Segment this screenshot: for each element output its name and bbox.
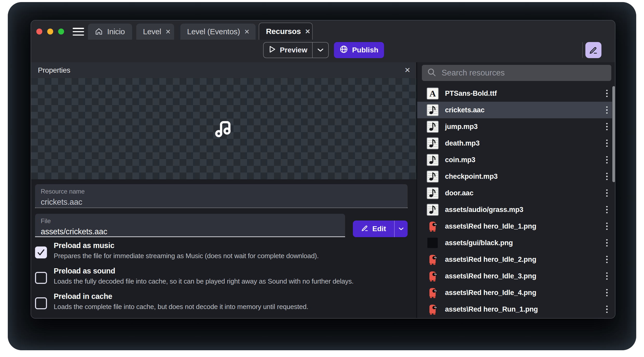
search-icon xyxy=(427,68,436,78)
resource-list: A PTSans-Bold.ttf xyxy=(417,85,615,318)
resource-item-label: assets\Red hero_Idle_1.png xyxy=(445,222,595,230)
edit-mode-toggle-button[interactable] xyxy=(585,42,601,58)
play-icon xyxy=(269,46,276,55)
tab-close-icon[interactable]: ✕ xyxy=(244,29,250,35)
resource-list-item[interactable]: A assets\Red hero_Idle_1.png xyxy=(417,218,612,235)
resource-list-item[interactable]: A assets\Red hero_Idle_4.png xyxy=(417,284,612,301)
tab-label: Level (Eventos) xyxy=(187,27,240,36)
preload-in-cache-checkbox[interactable] xyxy=(35,297,47,309)
pencil-icon xyxy=(361,224,369,234)
resources-panel: A PTSans-Bold.ttf xyxy=(417,62,615,319)
kebab-menu-icon[interactable] xyxy=(602,155,612,165)
resource-item-label: checkpoint.mp3 xyxy=(445,173,595,181)
resource-list-item[interactable]: A assets\Red hero_Idle_3.png xyxy=(417,268,612,284)
preload-as-music-row: Preload as music Prepares the file for i… xyxy=(35,241,406,260)
edit-file-button[interactable]: Edit xyxy=(353,221,408,237)
tab-level[interactable]: Level ✕ xyxy=(136,24,174,40)
minimize-window-button[interactable] xyxy=(47,29,53,35)
resource-item-label: assets/gui/black.png xyxy=(445,239,595,247)
preload-as-sound-row: Preload as sound Loads the fully decoded… xyxy=(35,267,406,285)
preload-as-sound-checkbox[interactable] xyxy=(35,272,47,284)
resource-list-item[interactable]: A assets/audio/grass.mp3 xyxy=(417,201,612,218)
edit-file-button-main[interactable]: Edit xyxy=(353,221,394,237)
globe-icon xyxy=(340,45,348,55)
kebab-menu-icon[interactable] xyxy=(602,105,612,115)
kebab-menu-icon[interactable] xyxy=(602,88,612,99)
resource-list-item[interactable]: A coin.mp3 xyxy=(417,152,612,168)
kebab-menu-icon[interactable] xyxy=(602,271,612,282)
resource-list-item[interactable]: A crickets.aac xyxy=(417,102,612,118)
resource-item-label: assets\Red hero_Run_1.png xyxy=(445,305,595,313)
file-label: File xyxy=(41,217,339,225)
file-field[interactable]: File assets/crickets.aac xyxy=(35,214,345,237)
edit-label: Edit xyxy=(372,225,386,233)
resource-list-item[interactable]: A PTSans-Bold.ttf xyxy=(417,85,612,102)
kebab-menu-icon[interactable] xyxy=(602,188,612,198)
content-area: Properties ✕ Resource name crickets.aac … xyxy=(31,62,615,319)
kebab-menu-icon[interactable] xyxy=(602,304,612,315)
preview-button[interactable]: Preview xyxy=(263,42,329,58)
tab-close-icon[interactable]: ✕ xyxy=(165,29,171,35)
preload-as-music-checkbox[interactable] xyxy=(35,246,47,258)
kebab-menu-icon[interactable] xyxy=(602,171,612,182)
kebab-menu-icon[interactable] xyxy=(602,204,612,215)
resource-list-item[interactable]: A checkpoint.mp3 xyxy=(417,168,612,185)
publish-label: Publish xyxy=(352,46,378,54)
red-hero-sprite-icon xyxy=(427,220,439,232)
edit-dropdown-button[interactable] xyxy=(395,221,408,237)
audio-file-icon xyxy=(427,104,439,116)
close-window-button[interactable] xyxy=(36,29,42,35)
svg-text:A: A xyxy=(429,89,436,98)
preview-button-main[interactable]: Preview xyxy=(264,43,312,58)
preview-dropdown-button[interactable] xyxy=(313,43,328,58)
music-note-icon xyxy=(212,116,236,141)
resource-name-label: Resource name xyxy=(41,188,402,195)
checkbox-label: Preload in cache xyxy=(54,292,308,301)
resource-item-label: jump.mp3 xyxy=(445,123,595,131)
menu-hamburger-icon[interactable] xyxy=(73,28,84,36)
resource-list-item[interactable]: A assets\Red hero_Run_1.png xyxy=(417,301,612,318)
home-icon xyxy=(95,28,103,36)
resource-item-label: assets\Red hero_Idle_2.png xyxy=(445,256,595,264)
tab-recursos[interactable]: Recursos ✕ xyxy=(259,23,313,40)
publish-button[interactable]: Publish xyxy=(334,42,384,58)
checkbox-description: Loads the complete file into cache, but … xyxy=(54,303,308,311)
kebab-menu-icon[interactable] xyxy=(602,121,612,132)
search-resources-input[interactable] xyxy=(441,68,606,78)
audio-preview-area xyxy=(31,78,416,179)
tab-inicio[interactable]: Inicio xyxy=(88,24,132,40)
resource-list-item[interactable]: A jump.mp3 xyxy=(417,118,612,135)
audio-file-icon xyxy=(427,154,439,166)
resource-list-item[interactable]: A assets\Red hero_Idle_2.png xyxy=(417,251,612,268)
kebab-menu-icon[interactable] xyxy=(602,221,612,232)
kebab-menu-icon[interactable] xyxy=(602,287,612,298)
tab-level-eventos[interactable]: Level (Eventos) ✕ xyxy=(180,24,256,40)
toolbar: Preview Publish xyxy=(31,40,615,62)
scrollbar-thumb[interactable] xyxy=(612,86,615,182)
resource-list-item[interactable]: A death.mp3 xyxy=(417,135,612,152)
red-hero-sprite-icon xyxy=(427,253,439,266)
checkbox-description: Prepares the file for immediate streamin… xyxy=(54,252,319,260)
kebab-menu-icon[interactable] xyxy=(602,138,612,149)
zoom-window-button[interactable] xyxy=(58,29,64,35)
search-box[interactable] xyxy=(422,65,611,81)
resource-item-label: crickets.aac xyxy=(445,106,595,114)
kebab-menu-icon[interactable] xyxy=(602,238,612,248)
resource-name-field[interactable]: Resource name crickets.aac xyxy=(35,184,408,208)
resource-item-label: coin.mp3 xyxy=(445,156,595,164)
red-hero-sprite-icon xyxy=(427,287,439,299)
resource-list-item[interactable]: A assets/gui/black.png xyxy=(417,235,612,251)
checkbox-label: Preload as sound xyxy=(54,267,354,275)
kebab-menu-icon[interactable] xyxy=(602,254,612,265)
font-file-icon: A xyxy=(427,87,439,100)
toolbar-divider xyxy=(582,42,583,58)
audio-file-icon xyxy=(427,121,439,133)
preload-in-cache-row: Preload in cache Loads the complete file… xyxy=(35,292,406,311)
resource-list-item[interactable]: A door.aac xyxy=(417,185,612,201)
resource-item-label: assets/audio/grass.mp3 xyxy=(445,206,595,214)
tab-label: Inicio xyxy=(107,27,125,36)
title-bar: Inicio Level ✕ Level (Eventos) ✕ Recurso… xyxy=(31,20,615,40)
tab-close-icon[interactable]: ✕ xyxy=(305,28,310,35)
audio-file-icon xyxy=(427,170,439,183)
close-properties-icon[interactable]: ✕ xyxy=(405,66,410,74)
